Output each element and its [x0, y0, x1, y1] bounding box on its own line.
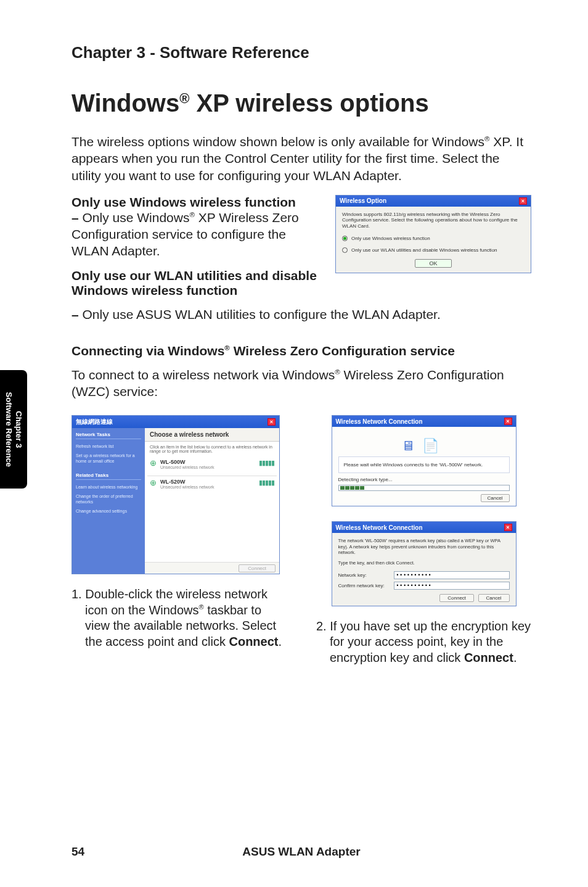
wireless-networks-sidebar: Network Tasks Refresh network list Set u…: [72, 428, 145, 574]
progress-icons: 🖥📄: [338, 432, 510, 456]
option-1-dash: –: [71, 210, 83, 225]
option-1-reg: ®: [189, 211, 195, 218]
title-reg: ®: [179, 91, 189, 106]
sidebar-order-link[interactable]: Change the order of preferred networks: [76, 494, 141, 505]
network-sub: Unsecured wireless network: [160, 485, 214, 489]
network-key-dialog: Wireless Network Connection × The networ…: [332, 521, 517, 606]
sub-post: Wireless Zero Configuration service: [230, 344, 455, 358]
sidebar-advanced-link[interactable]: Change advanced settings: [76, 509, 141, 514]
network-key-label: Network key:: [338, 572, 394, 578]
monitor-icon: 🖥: [401, 438, 422, 453]
wireless-option-desc: Windows supports 802.11b/g wireless netw…: [342, 212, 525, 229]
radio-icon[interactable]: [342, 247, 348, 253]
key-body: The network 'WL-500W' requires a network…: [332, 533, 516, 606]
key-row-2: Confirm network key:: [338, 582, 510, 590]
close-icon[interactable]: ×: [504, 524, 512, 531]
step-1-reg: ®: [199, 603, 204, 611]
option-2-text: Only use ASUS WLAN utilities to configur…: [83, 307, 441, 321]
intro-paragraph: The wireless options window shown below …: [71, 133, 531, 184]
side-tab-l2: Software Reference: [4, 392, 14, 466]
confirm-key-input[interactable]: [394, 582, 510, 590]
progress-message: Please wait while Windows connects to th…: [338, 456, 510, 473]
step-2-bold: Connect: [464, 651, 513, 664]
option-row: Only use Windows wireless function – Onl…: [71, 195, 531, 307]
intro-t1: The wireless options window shown below …: [71, 134, 484, 149]
sub-body-reg: ®: [335, 368, 340, 376]
step-2-column: Wireless Network Connection × 🖥📄 Please …: [316, 415, 531, 666]
antenna-icon: ⊕: [150, 459, 157, 467]
option-1-title: Only use Windows wireless function: [71, 195, 324, 210]
network-name: WL-520W: [160, 479, 214, 485]
key-titlebar: Wireless Network Connection ×: [332, 522, 516, 533]
title-post: XP wireless options: [189, 89, 428, 117]
key-row-1: Network key:: [338, 571, 510, 579]
step-1: 1. Double-click the wireless network ico…: [71, 587, 287, 650]
option-2-dash: –: [71, 307, 83, 321]
footer-product: ASUS WLAN Adapter: [106, 845, 497, 859]
progress-detail: Detecting network type...: [338, 477, 510, 482]
option-1: Only use Windows wireless function – Onl…: [71, 195, 324, 260]
wireless-networks-title: 無線網路連線: [76, 418, 113, 426]
page-number: 54: [71, 845, 106, 859]
network-sub: Unsecured wireless network: [160, 465, 214, 469]
radio-icon[interactable]: [342, 236, 348, 241]
network-item[interactable]: ⊕ WL-500W Unsecured wireless network ▮▮▮…: [147, 456, 277, 476]
progress-fill: [340, 486, 364, 490]
wireless-option-radio-1[interactable]: Only use Windows wireless function: [342, 236, 525, 241]
progress-buttons: Cancel: [338, 495, 510, 501]
step-2-t2: .: [513, 651, 517, 664]
close-icon[interactable]: ×: [267, 418, 276, 426]
wireless-networks-main: Choose a wireless network Click an item …: [145, 428, 279, 574]
wireless-networks-hint: Click an item in the list below to conne…: [145, 442, 279, 456]
progress-body: 🖥📄 Please wait while Windows connects to…: [332, 427, 516, 506]
sidebar-setup-link[interactable]: Set up a wireless network for a home or …: [76, 453, 141, 464]
cancel-button[interactable]: Cancel: [478, 594, 510, 602]
step-1-column: 無線網路連線 × Network Tasks Refresh network l…: [71, 415, 287, 666]
option-2-title-block: Only use our WLAN utilities and disable …: [71, 268, 324, 298]
network-item[interactable]: ⊕ WL-520W Unsecured wireless network ▮▮▮…: [147, 476, 277, 495]
section-subtitle: Connecting via Windows® Wireless Zero Co…: [71, 344, 531, 358]
wireless-option-titlebar: Wireless Option ×: [336, 196, 531, 207]
document-icon: 📄: [422, 438, 446, 453]
key-buttons: Connect Cancel: [338, 595, 510, 601]
sidebar-section-network-tasks: Network Tasks: [76, 432, 141, 439]
option-2-body: – Only use ASUS WLAN utilities to config…: [71, 307, 531, 323]
sidebar-refresh-link[interactable]: Refresh network list: [76, 444, 141, 450]
options-column: Only use Windows wireless function – Onl…: [71, 195, 324, 307]
chapter-header: Chapter 3 - Software Reference: [71, 43, 531, 62]
intro-reg: ®: [484, 135, 490, 142]
key-desc: The network 'WL-500W' requires a network…: [338, 538, 510, 555]
connect-button[interactable]: Connect: [239, 564, 276, 572]
step-2: 2. If you have set up the encryption key…: [316, 619, 531, 666]
key-title: Wireless Network Connection: [336, 524, 423, 531]
connect-button[interactable]: Connect: [439, 594, 474, 602]
step-2-num: 2.: [316, 619, 330, 633]
wireless-networks-dialog: 無線網路連線 × Network Tasks Refresh network l…: [71, 415, 280, 574]
wireless-option-1-label: Only use Windows wireless function: [351, 236, 430, 241]
progress-bar: [338, 485, 510, 491]
ok-button[interactable]: OK: [415, 259, 451, 268]
option-1-body: – Only use Windows® XP Wireless Zero Con…: [71, 210, 324, 260]
wireless-networks-footer: Connect: [145, 562, 279, 574]
wireless-networks-list: ⊕ WL-500W Unsecured wireless network ▮▮▮…: [145, 456, 279, 562]
step-1-num: 1.: [71, 587, 85, 601]
network-key-input[interactable]: [394, 571, 510, 579]
close-icon[interactable]: ×: [504, 418, 512, 425]
cancel-button[interactable]: Cancel: [481, 494, 510, 502]
wireless-option-dialog: Wireless Option × Windows supports 802.1…: [335, 195, 531, 273]
title-pre: Windows: [71, 89, 179, 117]
key-hint: Type the key, and then click Connect.: [338, 560, 510, 566]
side-tab: Chapter 3 Software Reference: [0, 370, 27, 489]
wireless-option-radio-2[interactable]: Only use our WLAN utilities and disable …: [342, 247, 525, 253]
progress-title: Wireless Network Connection: [336, 418, 423, 425]
network-name: WL-500W: [160, 459, 214, 465]
sub-pre: Connecting via Windows: [71, 344, 224, 358]
sub-body-t1: To connect to a wireless network via Win…: [71, 368, 335, 382]
progress-titlebar: Wireless Network Connection ×: [332, 416, 516, 427]
antenna-icon: ⊕: [150, 479, 157, 487]
sidebar-learn-link[interactable]: Learn about wireless networking: [76, 485, 141, 490]
footer: 54 ASUS WLAN Adapter: [71, 845, 531, 859]
confirm-key-label: Confirm network key:: [338, 583, 394, 588]
close-icon[interactable]: ×: [519, 197, 527, 205]
wireless-networks-titlebar: 無線網路連線 ×: [72, 416, 279, 428]
